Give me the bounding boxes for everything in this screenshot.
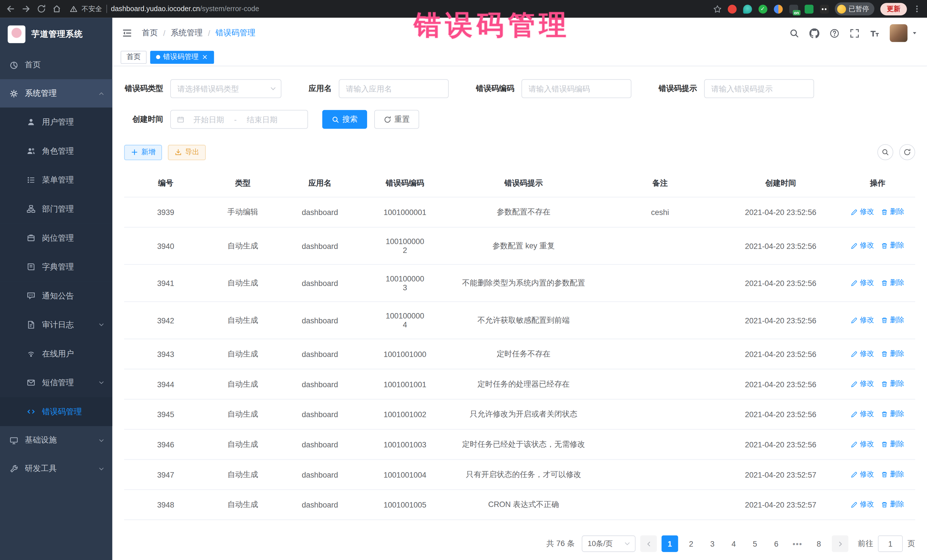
delete-link[interactable]: 删除 [881, 278, 904, 288]
browser-profile-chip[interactable]: 已暂停 [834, 2, 874, 15]
edit-link[interactable]: 修改 [851, 469, 874, 479]
browser-update-button[interactable]: 更新 [880, 3, 907, 15]
fullscreen-icon[interactable] [849, 28, 859, 38]
toggle-search-button[interactable] [877, 144, 894, 160]
sidebar-fold-icon[interactable] [122, 28, 132, 38]
chevron-left-icon [645, 540, 652, 547]
extension-leaf-icon[interactable] [804, 5, 813, 14]
delete-link[interactable]: 删除 [881, 469, 904, 479]
delete-link[interactable]: 删除 [881, 241, 904, 250]
sidebar-item-sms[interactable]: 短信管理 [0, 368, 112, 397]
sidebar-item-infra[interactable]: 基础设施 [0, 426, 112, 454]
address-bar[interactable]: 不安全 dashboard.yudao.iocoder.cn/system/er… [70, 5, 707, 14]
sidebar-item-devtool[interactable]: 研发工具 [0, 454, 112, 483]
bookmark-star-icon[interactable] [713, 5, 722, 14]
tag-view-home[interactable]: 首页 [121, 50, 147, 64]
goto-page-input[interactable] [878, 536, 903, 552]
breadcrumb-home[interactable]: 首页 [142, 28, 158, 38]
page-button-8[interactable]: 8 [811, 536, 827, 552]
edit-link[interactable]: 修改 [851, 349, 874, 359]
page-button-1[interactable]: 1 [661, 536, 678, 552]
cell-type: 自动生成 [207, 429, 278, 460]
edit-link[interactable]: 修改 [851, 439, 874, 449]
page-button-2[interactable]: 2 [683, 536, 699, 552]
extension-monkey-icon[interactable] [820, 5, 828, 14]
search-button[interactable]: 搜索 [322, 110, 368, 129]
sidebar-item-dept[interactable]: 部门管理 [0, 194, 112, 223]
reset-button[interactable]: 重置 [374, 110, 419, 129]
header-search-icon[interactable] [789, 28, 799, 38]
page-button-5[interactable]: 5 [747, 536, 763, 552]
sidebar-item-user[interactable]: 用户管理 [0, 108, 112, 137]
refresh-table-button[interactable] [899, 144, 915, 160]
page-button-4[interactable]: 4 [725, 536, 742, 552]
sidebar-item-error-code[interactable]: 错误码管理 [0, 397, 112, 426]
breadcrumb-section[interactable]: 系统管理 [171, 28, 203, 38]
page-button-6[interactable]: 6 [768, 536, 784, 552]
logo-image [8, 25, 25, 43]
edit-link[interactable]: 修改 [851, 499, 874, 510]
help-icon[interactable] [830, 28, 839, 38]
sidebar-item-dict[interactable]: 字典管理 [0, 252, 112, 281]
browser-home-icon[interactable] [52, 4, 61, 14]
prev-page-button[interactable] [640, 536, 657, 552]
delete-link[interactable]: 删除 [881, 207, 904, 217]
page-button-3[interactable]: 3 [704, 536, 721, 552]
sidebar-item-online-user[interactable]: 在线用户 [0, 339, 112, 369]
delete-link[interactable]: 删除 [881, 315, 904, 325]
edit-link[interactable]: 修改 [851, 207, 874, 217]
tag-view-error-code[interactable]: 错误码管理 [150, 50, 214, 64]
font-size-icon[interactable] [870, 28, 880, 38]
error-type-select[interactable] [170, 79, 281, 98]
github-icon[interactable] [810, 28, 819, 38]
pencil-icon [851, 471, 858, 478]
sidebar-item-menu[interactable]: 菜单管理 [0, 165, 112, 194]
navbar-actions [789, 24, 918, 42]
app-logo[interactable]: 芋道管理系统 [0, 18, 112, 51]
export-button[interactable]: 导出 [168, 144, 206, 160]
extension-people-icon[interactable] [774, 5, 783, 14]
add-button[interactable]: 新增 [124, 144, 162, 160]
download-icon [174, 148, 182, 156]
delete-link[interactable]: 删除 [881, 409, 904, 419]
page-size-select[interactable] [582, 536, 636, 552]
edit-link[interactable]: 修改 [851, 409, 874, 419]
cell-type: 自动生成 [207, 265, 278, 302]
edit-link[interactable]: 修改 [851, 278, 874, 288]
sidebar-item-role[interactable]: 角色管理 [0, 137, 112, 165]
delete-link-label: 删除 [890, 278, 904, 288]
avatar-caret-icon[interactable] [912, 30, 918, 36]
edit-link[interactable]: 修改 [851, 379, 874, 389]
extension-teal-icon[interactable] [743, 5, 752, 14]
user-avatar[interactable] [890, 24, 907, 42]
sidebar-item-home[interactable]: 首页 [0, 51, 112, 79]
end-date-input[interactable] [241, 115, 283, 124]
tag-close-icon[interactable] [202, 54, 208, 61]
delete-link[interactable]: 删除 [881, 379, 904, 389]
error-code-input[interactable] [521, 79, 632, 98]
sidebar-item-post[interactable]: 岗位管理 [0, 223, 112, 252]
sidebar-item-notice[interactable]: 通知公告 [0, 281, 112, 311]
sidebar-item-audit-log[interactable]: 审计日志 [0, 310, 112, 339]
create-time-range-picker[interactable]: - [170, 110, 308, 129]
start-date-input[interactable] [187, 115, 230, 124]
app-name-input[interactable] [339, 79, 449, 98]
browser-menu-icon[interactable] [913, 5, 921, 13]
page-size-value[interactable] [582, 536, 636, 552]
delete-link[interactable]: 删除 [881, 349, 904, 359]
error-msg-input[interactable] [704, 79, 815, 98]
browser-forward-icon[interactable] [21, 4, 31, 14]
extension-green-icon[interactable] [758, 5, 767, 14]
delete-link[interactable]: 删除 [881, 499, 904, 510]
sidebar-item-system[interactable]: 系统管理 [0, 79, 112, 108]
cell-app: dashboard [278, 399, 362, 429]
browser-back-icon[interactable] [6, 4, 15, 14]
edit-link[interactable]: 修改 [851, 241, 874, 250]
edit-link[interactable]: 修改 [851, 315, 874, 325]
extension-switch-icon[interactable]: on [789, 5, 798, 14]
browser-reload-icon[interactable] [37, 4, 46, 14]
next-page-button[interactable] [832, 536, 848, 552]
delete-link[interactable]: 删除 [881, 439, 904, 449]
extension-red-icon[interactable] [727, 5, 736, 14]
error-type-select-input[interactable] [170, 79, 281, 98]
